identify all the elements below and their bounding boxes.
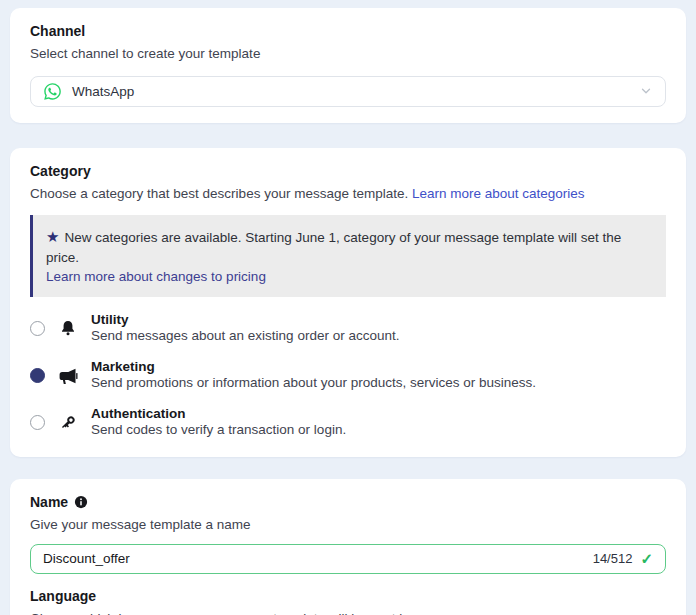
key-icon (58, 413, 78, 433)
utility-label: Utility (91, 312, 399, 328)
channel-subtitle: Select channel to create your template (30, 45, 666, 63)
pricing-banner: ★New categories are available. Starting … (30, 215, 666, 297)
char-counter: 14/512 (593, 551, 633, 566)
category-option-marketing[interactable]: Marketing Send promotions or information… (30, 359, 666, 392)
info-icon[interactable] (74, 495, 88, 509)
category-option-utility[interactable]: Utility Send messages about an existing … (30, 312, 666, 345)
channel-section: Channel Select channel to create your te… (10, 8, 686, 123)
category-title: Category (30, 163, 666, 179)
category-section: Category Choose a category that best des… (10, 148, 686, 458)
name-title: Name (30, 494, 68, 510)
channel-select[interactable]: WhatsApp (30, 76, 666, 107)
channel-selected-value: WhatsApp (72, 84, 629, 99)
language-title: Language (30, 588, 666, 604)
name-language-section: Name Give your message template a name 1… (10, 479, 686, 615)
template-name-input[interactable] (43, 551, 585, 566)
authentication-label: Authentication (91, 406, 346, 422)
template-name-field: 14/512 ✓ (30, 544, 666, 574)
utility-description: Send messages about an existing order or… (91, 328, 399, 345)
star-icon: ★ (46, 228, 59, 245)
name-subtitle: Give your message template a name (30, 516, 666, 534)
bell-icon (58, 319, 78, 339)
category-option-authentication[interactable]: Authentication Send codes to verify a tr… (30, 406, 666, 439)
check-icon: ✓ (640, 550, 653, 568)
chevron-down-icon (639, 84, 653, 98)
marketing-description: Send promotions or information about you… (91, 375, 536, 392)
marketing-label: Marketing (91, 359, 536, 375)
megaphone-icon (58, 366, 78, 386)
category-subtitle: Choose a category that best describes yo… (30, 185, 666, 203)
category-subtitle-text: Choose a category that best describes yo… (30, 186, 408, 201)
marketing-radio[interactable] (30, 368, 45, 383)
pricing-banner-text: New categories are available. Starting J… (46, 230, 621, 265)
authentication-description: Send codes to verify a transaction or lo… (91, 422, 346, 439)
language-subtitle: Choose which languages your message temp… (30, 610, 666, 615)
pricing-banner-link[interactable]: Learn more about changes to pricing (46, 269, 266, 284)
whatsapp-icon (43, 82, 62, 101)
learn-more-categories-link[interactable]: Learn more about categories (412, 186, 585, 201)
channel-title: Channel (30, 23, 666, 39)
utility-radio[interactable] (30, 321, 45, 336)
name-title-row: Name (30, 494, 666, 510)
authentication-radio[interactable] (30, 415, 45, 430)
